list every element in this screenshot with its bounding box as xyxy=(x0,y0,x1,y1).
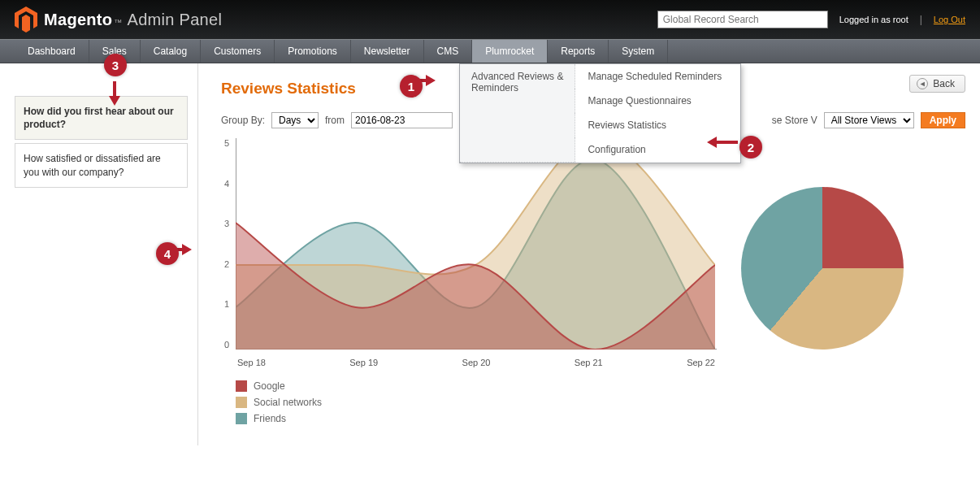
callout-2: 2 xyxy=(739,136,762,158)
callout-3-arrow xyxy=(109,96,120,106)
legend-social: Social networks xyxy=(236,397,717,408)
logged-in-label: Logged in as root xyxy=(839,15,908,24)
admin-header: Magento™ Admin Panel Logged in as root |… xyxy=(0,0,980,39)
swatch-social xyxy=(236,397,247,408)
from-date-input[interactable] xyxy=(351,112,453,128)
y-axis-labels: 5 4 3 2 1 0 xyxy=(224,138,229,350)
svg-marker-1 xyxy=(22,15,30,33)
logout-link[interactable]: Log Out xyxy=(934,15,965,24)
area-chart-svg xyxy=(236,138,715,350)
group-by-select[interactable]: Days xyxy=(271,112,319,128)
nav-catalog[interactable]: Catalog xyxy=(141,40,201,63)
nav-system[interactable]: System xyxy=(609,40,668,63)
callout-1: 1 xyxy=(400,75,423,98)
callout-3: 3 xyxy=(104,54,127,76)
back-arrow-icon: ◄ xyxy=(917,78,928,89)
submenu-manage-reminders[interactable]: Manage Scheduled Reminders xyxy=(576,65,739,88)
sidebar-question-1[interactable]: How did you first hear about our product… xyxy=(15,96,188,140)
callout-2-arrow xyxy=(707,137,717,148)
pie-chart xyxy=(741,138,904,429)
nav-plumrocket[interactable]: Plumrocket xyxy=(472,40,548,63)
submenu-manage-questionnaires[interactable]: Manage Questionnaires xyxy=(576,89,739,112)
nav-customers[interactable]: Customers xyxy=(201,40,275,63)
legend-friends: Friends xyxy=(236,413,717,424)
callout-4-arrow xyxy=(182,244,192,255)
magento-logo: Magento™ Admin Panel xyxy=(15,7,222,33)
magento-logo-icon xyxy=(15,7,37,33)
legend-google: Google xyxy=(236,380,717,392)
store-label-partial: se Store V xyxy=(772,115,817,126)
swatch-friends xyxy=(236,413,247,424)
submenu-reviews-statistics[interactable]: Reviews Statistics xyxy=(576,114,739,137)
x-axis-labels: Sep 18 Sep 19 Sep 20 Sep 21 Sep 22 xyxy=(236,358,717,367)
global-search-input[interactable] xyxy=(657,11,828,28)
brand-text: Magento™ Admin Panel xyxy=(44,11,222,29)
from-label: from xyxy=(325,115,345,126)
nav-reports[interactable]: Reports xyxy=(548,40,609,63)
swatch-google xyxy=(236,380,247,392)
plumrocket-submenu: Advanced Reviews & Reminders Manage Sche… xyxy=(459,63,741,163)
area-chart: 5 4 3 2 1 0 Sep 18 Sep 19 Sep 20 Se xyxy=(221,138,717,429)
callout-1-arrow xyxy=(426,75,436,86)
store-view-select[interactable]: All Store Views xyxy=(824,112,914,128)
nav-newsletter[interactable]: Newsletter xyxy=(351,40,424,63)
back-button[interactable]: ◄ Back xyxy=(909,75,965,93)
chart-legend: Google Social networks Friends xyxy=(236,380,717,424)
nav-cms[interactable]: CMS xyxy=(424,40,473,63)
submenu-parent[interactable]: Advanced Reviews & Reminders xyxy=(460,64,575,162)
callout-4: 4 xyxy=(156,242,179,265)
nav-dashboard[interactable]: Dashboard xyxy=(15,40,89,63)
apply-button[interactable]: Apply xyxy=(921,112,965,128)
main-nav: Dashboard Sales Catalog Customers Promot… xyxy=(0,39,980,63)
nav-promotions[interactable]: Promotions xyxy=(275,40,351,63)
group-by-label: Group By: xyxy=(221,115,265,126)
sidebar-question-2[interactable]: How satisfied or dissatisfied are you wi… xyxy=(15,143,188,187)
